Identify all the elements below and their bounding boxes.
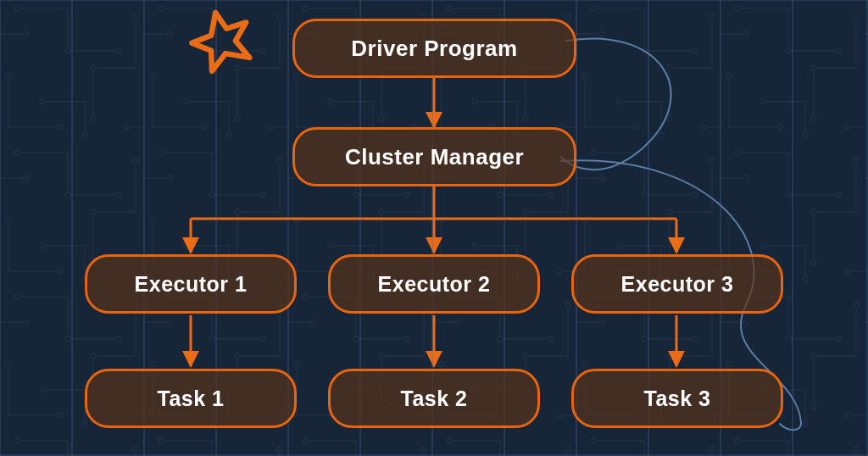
- node-label: Task 1: [158, 386, 225, 411]
- node-task-1: Task 1: [85, 369, 297, 428]
- node-executor-3: Executor 3: [571, 254, 783, 314]
- node-task-2: Task 2: [328, 369, 540, 428]
- node-label: Driver Program: [351, 36, 517, 62]
- node-label: Executor 3: [621, 272, 734, 297]
- node-executor-1: Executor 1: [85, 254, 297, 314]
- node-executor-2: Executor 2: [328, 254, 540, 314]
- diagram-canvas: Driver Program Cluster Manager Executor …: [0, 0, 868, 456]
- node-label: Executor 2: [378, 272, 491, 297]
- node-driver-program: Driver Program: [292, 19, 576, 78]
- node-label: Executor 1: [135, 272, 248, 297]
- node-cluster-manager: Cluster Manager: [292, 127, 576, 186]
- node-task-3: Task 3: [571, 369, 783, 428]
- node-label: Cluster Manager: [345, 144, 524, 170]
- node-label: Task 3: [644, 386, 711, 411]
- node-label: Task 2: [401, 386, 468, 411]
